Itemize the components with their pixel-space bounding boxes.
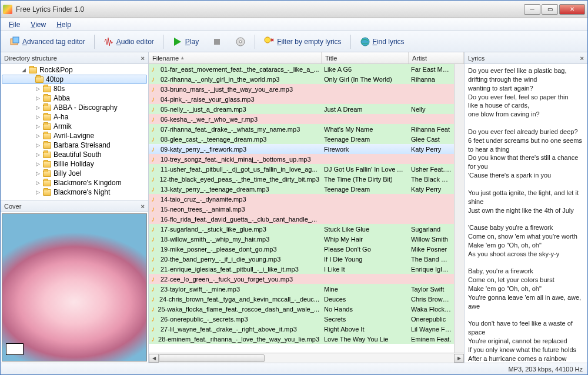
stop-icon <box>212 36 222 47</box>
music-note-icon <box>151 266 158 273</box>
tree-folder[interactable]: ▷Beautiful South <box>1 150 148 159</box>
table-row[interactable]: 03-bruno_mars_-_just_the_way_you_are.mp3 <box>149 84 454 94</box>
table-row[interactable]: 13-katy_perry_-_teenage_dream.mp3Teenage… <box>149 184 454 194</box>
scrollbar-thumb[interactable] <box>159 354 265 362</box>
table-row[interactable]: 17-sugarland_-_stuck_like_glue.mp3Stuck … <box>149 224 454 234</box>
file-list[interactable]: 01-far_east_movement_feat._the_cataracs_… <box>149 64 454 353</box>
audio-editor-button[interactable]: Audio editor <box>98 34 159 50</box>
table-row[interactable]: 18-willow_smith_-_whip_my_hair.mp3Whip M… <box>149 234 454 244</box>
table-row[interactable]: 24-chris_brown_feat._tyga_and_kevin_mcca… <box>149 294 454 304</box>
table-row[interactable]: 01-far_east_movement_feat._the_cataracs_… <box>149 64 454 74</box>
globe-icon <box>360 36 370 47</box>
column-artist[interactable]: Artist <box>409 52 464 63</box>
table-row[interactable]: 26-onerepublic_-_secrets.mp3SecretsOnere… <box>149 314 454 324</box>
tree-folder[interactable]: ▷Billy Joel <box>1 169 148 178</box>
table-row[interactable]: 23-taylor_swift_-_mine.mp3MineTaylor Swi… <box>149 284 454 294</box>
maximize-button[interactable]: ▭ <box>542 4 558 15</box>
filter-button[interactable]: Filter by empty lyrics <box>259 34 346 50</box>
music-note-icon <box>151 206 158 213</box>
list-header: Filename▲ Title Artist <box>149 52 464 64</box>
table-row[interactable]: 19-mike_posner_-_please_dont_go.mp3Pleas… <box>149 244 454 254</box>
lyrics-panel-header: Lyrics × <box>465 52 587 64</box>
table-row[interactable]: 08-glee_cast_-_teenage_dream.mp3Teenage … <box>149 134 454 144</box>
separator <box>255 35 255 49</box>
close-icon[interactable]: × <box>141 55 145 62</box>
table-row[interactable]: 20-the_band_perry_-_if_i_die_young.mp3If… <box>149 254 454 264</box>
svg-point-6 <box>361 38 369 46</box>
table-row[interactable]: 11-usher_feat._pitbull_-_dj_got_us_falli… <box>149 164 454 174</box>
filter-icon <box>264 36 275 47</box>
horizontal-scrollbar[interactable]: ◀ ▶ <box>149 353 464 363</box>
scroll-right-icon[interactable]: ▶ <box>454 354 464 363</box>
tree-folder[interactable]: ▷80s <box>1 84 148 93</box>
table-row[interactable]: 16-flo_rida_feat._david_guetta_-_club_ca… <box>149 214 454 224</box>
disc-icon <box>235 36 246 47</box>
column-filename[interactable]: Filename▲ <box>149 52 322 63</box>
sort-asc-icon: ▲ <box>180 55 185 61</box>
scroll-left-icon[interactable]: ◀ <box>149 354 159 363</box>
find-lyrics-button[interactable]: Find lyrics <box>355 34 410 50</box>
table-row[interactable]: 28-eminem_feat._rihanna_-_love_the_way_y… <box>149 334 454 344</box>
play-button[interactable]: Play <box>167 34 204 50</box>
lyrics-text[interactable]: Do you ever feel like a plastic bag, dri… <box>465 64 587 363</box>
table-row[interactable]: 27-lil_wayne_feat._drake_-_right_above_i… <box>149 324 454 334</box>
table-row[interactable]: 07-rihanna_feat._drake_-_whats_my_name.m… <box>149 124 454 134</box>
table-row[interactable]: 14-taio_cruz_-_dynamite.mp3 <box>149 194 454 204</box>
table-row[interactable]: 15-neon_trees_-_animal.mp3 <box>149 204 454 214</box>
table-row[interactable]: 06-kesha_-_we_r_who_we_r.mp3 <box>149 114 454 124</box>
table-row[interactable]: 10-trey_songz_feat._nicki_minaj_-_bottom… <box>149 154 454 164</box>
music-note-icon <box>151 166 158 173</box>
svg-point-5 <box>265 37 270 43</box>
directory-tree[interactable]: ◢Rock&Pop 40top ▷80s▷Abba▷ABBA - Discogr… <box>1 64 148 200</box>
music-note-icon <box>151 146 158 153</box>
minimize-button[interactable]: ─ <box>524 4 540 15</box>
tree-folder[interactable]: ▷ABBA - Discography <box>1 103 148 112</box>
tree-folder[interactable]: ▷Armik <box>1 122 148 131</box>
close-button[interactable]: ✕ <box>559 4 585 15</box>
table-row[interactable]: 21-enrique_iglesias_feat._pitbull_-_i_li… <box>149 264 454 274</box>
parental-advisory-label: PARENTALADVISORY <box>7 348 22 354</box>
tree-folder-root[interactable]: ◢Rock&Pop <box>1 65 148 75</box>
table-row[interactable]: 22-cee_lo_green_-_fuck_you_forget_you.mp… <box>149 274 454 284</box>
tree-folder[interactable]: ▷A-ha <box>1 112 148 122</box>
advanced-tag-editor-button[interactable]: Advanced tag editor <box>4 34 91 50</box>
menu-help[interactable]: Help <box>52 19 76 30</box>
table-row[interactable]: 04-pink_-_raise_your_glass.mp3 <box>149 94 454 104</box>
play-icon <box>172 36 183 47</box>
music-note-icon <box>151 296 157 303</box>
stop-button[interactable] <box>206 34 228 50</box>
tree-folder[interactable]: ▷Blackmore's Night <box>1 188 148 197</box>
table-row[interactable]: 02-rihanna_-_only_girl_in_the_world.mp3O… <box>149 74 454 84</box>
tree-folder[interactable]: ▷Blackmore's Kingdom <box>1 178 148 188</box>
tree-folder[interactable]: ▷Billie Holiday <box>1 159 148 169</box>
tree-folder[interactable]: ▷Avril-Lavigne <box>1 131 148 140</box>
close-icon[interactable]: × <box>580 55 584 62</box>
menubar: File View Help <box>1 18 587 31</box>
column-title[interactable]: Title <box>322 52 409 63</box>
music-note-icon <box>151 66 158 73</box>
directory-panel-header: Directory structure × <box>1 52 148 64</box>
music-note-icon <box>151 126 158 133</box>
toolbar: Advanced tag editor Audio editor Play Fi… <box>1 31 587 52</box>
separator <box>350 35 351 49</box>
music-note-icon <box>151 326 158 333</box>
disc-button[interactable] <box>230 34 251 50</box>
music-note-icon <box>151 86 158 93</box>
music-note-icon <box>151 156 158 163</box>
status-text: MP3, 203 kbps, 44100 Hz <box>508 366 583 373</box>
tree-folder[interactable]: ▷Abba <box>1 93 148 103</box>
menu-file[interactable]: File <box>4 19 25 30</box>
tree-folder[interactable]: ▷Barbara Streisand <box>1 140 148 150</box>
music-note-icon <box>151 316 158 323</box>
table-row[interactable]: 12-the_black_eyed_peas_-_the_time_the_di… <box>149 174 454 184</box>
table-row[interactable]: 05-nelly_-_just_a_dream.mp3Just A DreamN… <box>149 104 454 114</box>
close-icon[interactable]: × <box>141 203 145 210</box>
music-note-icon <box>151 226 158 233</box>
separator <box>163 35 163 49</box>
table-row[interactable]: 25-waka_flocka_flame_feat._roscoe_dash_a… <box>149 304 454 314</box>
vertical-scrollbar[interactable] <box>454 64 464 353</box>
tree-folder-selected[interactable]: 40top <box>2 75 147 84</box>
app-icon <box>3 5 12 14</box>
table-row[interactable]: 09-katy_perry_-_firework.mp3FireworkKaty… <box>149 144 454 154</box>
menu-view[interactable]: View <box>26 19 51 30</box>
